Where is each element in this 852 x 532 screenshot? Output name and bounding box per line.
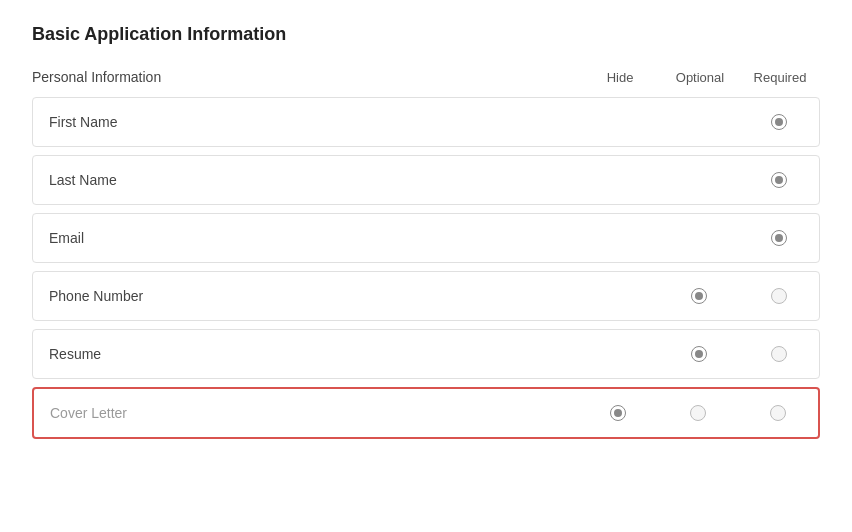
required-cell-first-name [739,114,819,130]
table-row-resume: Resume [32,329,820,379]
optional-radio-cover-letter[interactable] [690,405,706,421]
col-hide-label: Hide [580,70,660,85]
row-label-resume: Resume [49,346,579,362]
required-radio-phone-number[interactable] [771,288,787,304]
optional-cell-resume [659,346,739,362]
table-row-email: Email [32,213,820,263]
required-cell-cover-letter [738,405,818,421]
table-header: Personal Information Hide Optional Requi… [32,69,820,93]
table-row-phone-number: Phone Number [32,271,820,321]
required-radio-resume[interactable] [771,346,787,362]
hide-radio-cover-letter[interactable] [610,405,626,421]
row-label-cover-letter: Cover Letter [50,405,578,421]
required-cell-phone-number [739,288,819,304]
required-radio-email[interactable] [771,230,787,246]
optional-cell-cover-letter [658,405,738,421]
required-radio-last-name[interactable] [771,172,787,188]
row-label-email: Email [49,230,579,246]
table-row-last-name: Last Name [32,155,820,205]
table-row-cover-letter: Cover Letter [32,387,820,439]
row-label-phone-number: Phone Number [49,288,579,304]
col-optional-label: Optional [660,70,740,85]
optional-radio-resume[interactable] [691,346,707,362]
col-required-label: Required [740,70,820,85]
table-body: First Name Last Name Email Phone Number [32,97,820,439]
section-label: Personal Information [32,69,580,85]
required-radio-first-name[interactable] [771,114,787,130]
table-row-first-name: First Name [32,97,820,147]
row-label-first-name: First Name [49,114,579,130]
optional-cell-phone-number [659,288,739,304]
row-label-last-name: Last Name [49,172,579,188]
required-cell-resume [739,346,819,362]
required-cell-email [739,230,819,246]
required-radio-cover-letter[interactable] [770,405,786,421]
page-title: Basic Application Information [32,24,820,45]
optional-radio-phone-number[interactable] [691,288,707,304]
required-cell-last-name [739,172,819,188]
hide-cell-cover-letter [578,405,658,421]
